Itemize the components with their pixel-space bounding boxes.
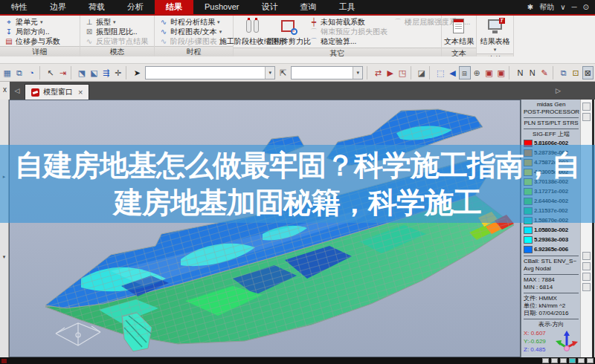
- graph-icon: ⌒: [393, 18, 402, 27]
- legend-entry: 1.58670e-002: [524, 215, 579, 225]
- beam-element-button[interactable]: ⌖梁单元▾: [3, 17, 62, 27]
- status-color-button[interactable]: [569, 358, 576, 363]
- midas-gen-window: 特性 边界 荷载 分析 结果 Pushover 设计 查询 工具 ✱ 帮助 ∨ …: [0, 0, 595, 364]
- mini-tool-button[interactable]: [582, 113, 591, 121]
- dynamic-view-icon[interactable]: ◀: [447, 66, 458, 79]
- copy-view-icon[interactable]: ⧉: [558, 66, 569, 79]
- help-button[interactable]: 帮助: [539, 0, 554, 14]
- select-window-icon[interactable]: ⬔: [76, 66, 87, 79]
- named-selection-combo[interactable]: ▾: [145, 66, 275, 79]
- lock-model-icon[interactable]: ⊠: [582, 66, 594, 79]
- unknown-load-factor-button[interactable]: ┿未知荷载系数: [308, 17, 389, 27]
- result-table-icon: T: [486, 18, 505, 36]
- status-button[interactable]: [587, 358, 594, 363]
- tab-close-icon[interactable]: ×: [78, 88, 83, 97]
- tendon-loss-graph-button[interactable]: ⌒钢束预应力损失图表: [308, 27, 389, 36]
- collapse-right-icon[interactable]: ▸: [3, 174, 6, 180]
- select-plane-icon[interactable]: ✛: [112, 66, 123, 79]
- previous-view-icon[interactable]: ⇥: [57, 66, 68, 79]
- modal-damping-button[interactable]: ⊠振型阻尼比..: [83, 27, 149, 36]
- postprocessor-legend-panel: midas Gen POST-PROCESSOR PLN STS/PLT STR…: [521, 100, 580, 357]
- legend-color-swatch: [524, 207, 533, 215]
- display-option-icon[interactable]: ▣: [495, 66, 506, 79]
- ribbon-tab-properties[interactable]: 特性: [0, 0, 39, 14]
- result-tables-button[interactable]: T 结果表格 ▾: [479, 17, 512, 53]
- mini-tool-button[interactable]: [582, 252, 591, 260]
- panel-close-button[interactable]: x: [0, 82, 10, 100]
- legend-entry: 3.70138e-002: [524, 177, 579, 186]
- unlock-model-icon[interactable]: ⊡: [570, 66, 581, 79]
- member-shear-ratio-button[interactable]: 层构件剪力比: [272, 17, 305, 48]
- mode-shape-button[interactable]: ⊥振型▾: [83, 17, 149, 27]
- time-history-results-button[interactable]: ∿时程分析结果▾: [158, 17, 223, 27]
- select-previous-icon[interactable]: ⇱: [277, 66, 289, 79]
- mini-tool-button[interactable]: [582, 262, 591, 270]
- model-window-tab[interactable]: 模型窗口 ×: [25, 84, 89, 100]
- text-results-button[interactable]: 文本结果: [443, 17, 475, 48]
- pin-icon[interactable]: ⊙: [583, 0, 589, 14]
- toolbar-separator: [71, 66, 74, 79]
- window-controls: ✱ 帮助 ∨ ─ ⊙: [527, 0, 595, 14]
- tab-scroll-left-icon[interactable]: ◁: [10, 82, 25, 100]
- combo-dropdown-icon[interactable]: ▾: [353, 67, 362, 79]
- unselect-window-icon[interactable]: ⬕: [89, 66, 100, 79]
- activate-icon[interactable]: ⇄: [373, 66, 384, 79]
- time-history-graph-text-button[interactable]: ∿时程图表/文本▾: [158, 27, 223, 36]
- settings-icon[interactable]: ✱: [527, 0, 533, 14]
- initial-view-icon[interactable]: ↖: [45, 66, 56, 79]
- ribbon-tab-analysis[interactable]: 分析: [116, 0, 155, 14]
- beam-element-icon: ⌖: [4, 18, 13, 27]
- model-viewport[interactable]: [9, 100, 521, 357]
- stability-check-button[interactable]: ⌒稳定验算...: [308, 36, 389, 46]
- redraw-icon[interactable]: ◔: [26, 66, 37, 79]
- left-collapsed-panel-strip[interactable]: ▸ ▾: [0, 100, 9, 357]
- local-direction-button[interactable]: ↧局部方向..: [3, 27, 62, 36]
- response-spectrum-nodal-button[interactable]: ∿反应谱节点结果: [83, 36, 149, 46]
- ribbon-tab-design[interactable]: 设计: [250, 0, 289, 14]
- mini-tool-button[interactable]: [582, 273, 591, 281]
- ribbon-tab-load[interactable]: 荷载: [77, 0, 116, 14]
- inactivate-icon[interactable]: ◪: [416, 66, 427, 79]
- render-view-icon[interactable]: ⊕: [472, 66, 483, 79]
- element-number-icon[interactable]: N: [527, 66, 538, 79]
- chart-icon: ∿: [159, 18, 168, 27]
- postprocessor-label: POST-PROCESSOR: [524, 108, 579, 116]
- mini-tool-button[interactable]: [582, 103, 591, 111]
- ribbon-tab-results[interactable]: 结果: [155, 0, 193, 14]
- collapse-down-icon[interactable]: ▾: [3, 254, 6, 260]
- chevron-down-icon[interactable]: ∨: [560, 0, 565, 14]
- node-number-icon[interactable]: N: [515, 66, 526, 79]
- column-shortening-graph-button[interactable]: 施工阶段柱收缩图形: [237, 17, 269, 48]
- ribbon-tab-query[interactable]: 查询: [289, 0, 327, 14]
- ribbon-tab-bar: 特性 边界 荷载 分析 结果 Pushover 设计 查询 工具 ✱ 帮助 ∨ …: [0, 0, 595, 14]
- legend-entry: 2.11537e-002: [524, 206, 579, 215]
- group-select-combo[interactable]: ▾: [291, 66, 363, 79]
- select-polygon-icon[interactable]: ⇶: [100, 66, 112, 79]
- graph-icon: ⌒: [309, 37, 318, 46]
- status-button[interactable]: [578, 358, 585, 363]
- hidden-surface-icon[interactable]: ⧈: [459, 66, 470, 79]
- display-icon[interactable]: ▣: [483, 66, 495, 79]
- tab-scroll-right-icon[interactable]: ▷: [556, 82, 561, 100]
- activate-all-icon[interactable]: ▶: [385, 66, 396, 79]
- window-layout-icon[interactable]: ⧉: [13, 66, 25, 79]
- mini-tool-button[interactable]: [582, 283, 591, 291]
- status-button[interactable]: [551, 358, 558, 363]
- view-toolbar: ▦⧉◔↖⇥⬔⬕⇶✛➤▾⇱▾⇄▶◳◪⬚◀⧈⊕▣▣NN✎⧉⊡⊠: [0, 64, 595, 82]
- status-button[interactable]: [542, 358, 549, 363]
- load-factor-icon: ┿: [309, 18, 318, 27]
- stage-step-graph-button[interactable]: ∿阶段/步骤图表: [158, 36, 223, 46]
- displacement-participation-button[interactable]: ▤位移参与系数: [3, 36, 62, 46]
- zoom-window-icon[interactable]: ⬚: [435, 66, 446, 79]
- activate-identity-icon[interactable]: ◳: [396, 66, 408, 79]
- minimize-button[interactable]: ─: [572, 0, 577, 14]
- status-button[interactable]: [560, 358, 567, 363]
- quick-display-icon[interactable]: ✎: [538, 66, 550, 79]
- ribbon-tab-pushover[interactable]: Pushover: [193, 0, 250, 14]
- new-window-icon[interactable]: ▦: [1, 66, 13, 79]
- legend-color-swatch: [524, 227, 533, 234]
- ribbon-tab-boundary[interactable]: 边界: [39, 0, 77, 14]
- combo-dropdown-icon[interactable]: ▾: [265, 67, 274, 79]
- select-identity-icon[interactable]: ➤: [132, 66, 143, 79]
- ribbon-tab-tools[interactable]: 工具: [327, 0, 366, 14]
